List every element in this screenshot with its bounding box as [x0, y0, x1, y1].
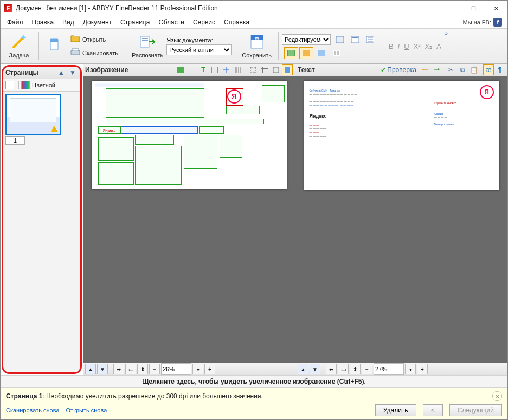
superscript-button[interactable]: X²: [414, 42, 421, 50]
image-doc-area[interactable]: Я Яндекс: [83, 76, 295, 363]
verify-label: Проверка: [387, 66, 416, 74]
img-zoom-out-button[interactable]: −: [149, 364, 160, 374]
language-select[interactable]: Русский и англи: [166, 44, 232, 55]
page-list: [3, 92, 80, 372]
menu-service[interactable]: Сервис: [189, 17, 220, 27]
txt-cut-button[interactable]: ✂: [446, 64, 456, 75]
thumbs-view-icon[interactable]: [5, 81, 14, 89]
delete-page-button[interactable]: Удалить: [375, 404, 416, 416]
img-fit-page-button[interactable]: ▭: [125, 364, 136, 374]
txt-nav-up-button[interactable]: ▲: [298, 364, 308, 374]
img-btn-delete[interactable]: [271, 64, 281, 75]
subscript-button[interactable]: X₂: [425, 42, 433, 50]
task-label: Задача: [9, 52, 29, 59]
menu-edit[interactable]: Правка: [28, 17, 59, 27]
txt-fit-height-button[interactable]: ⬍: [350, 364, 361, 374]
txt-copy-button[interactable]: ⧉: [457, 64, 468, 75]
img-fit-width-button[interactable]: ⬌: [113, 364, 124, 374]
menu-help[interactable]: Справка: [220, 17, 254, 27]
img-btn-table[interactable]: [221, 64, 232, 75]
maximize-button[interactable]: ☐: [462, 1, 485, 16]
new-page-button[interactable]: [42, 37, 67, 56]
bold-button[interactable]: B: [389, 42, 394, 50]
highlight-barcode-toggle[interactable]: [330, 47, 344, 59]
txt-zoom-out-button[interactable]: −: [362, 364, 372, 374]
toolbar-overflow-button[interactable]: »: [441, 30, 451, 62]
next-warning-button[interactable]: Следующий: [449, 404, 502, 416]
img-btn-select[interactable]: [248, 64, 259, 75]
img-nav-up-button[interactable]: ▲: [85, 364, 96, 374]
recognize-button[interactable]: Распознать: [128, 33, 166, 60]
verify-button[interactable]: ✔ Проверка: [378, 64, 419, 75]
page-move-up-button[interactable]: ▲: [56, 67, 67, 78]
txt-prev-error-button[interactable]: ⭠: [420, 64, 430, 75]
txt-paste-button[interactable]: 📋: [468, 64, 479, 75]
svg-rect-11: [336, 36, 344, 43]
page-move-down-button[interactable]: ▼: [67, 67, 78, 78]
menu-areas[interactable]: Области: [154, 17, 189, 27]
highlight-text-toggle[interactable]: [299, 47, 313, 59]
open-button[interactable]: Открыть: [67, 33, 121, 46]
keep-lines-toggle[interactable]: [363, 34, 377, 46]
menu-view[interactable]: Вид: [58, 17, 79, 27]
layout-mode-select[interactable]: Редактируемая: [282, 34, 331, 45]
minimize-button[interactable]: ―: [439, 1, 462, 16]
text-zoombar: ▲ ▼ ⬌ ▭ ⬍ − ▾ +: [295, 363, 507, 375]
warning-area: Страница 1: Необходимо увеличить разреше…: [1, 388, 507, 419]
text-style-button[interactable]: A: [436, 42, 441, 50]
task-button[interactable]: Задача: [3, 33, 35, 60]
menu-document[interactable]: Документ: [79, 17, 116, 27]
svg-rect-2: [50, 39, 58, 42]
prev-warning-button[interactable]: <: [423, 404, 443, 416]
text-zoom-input[interactable]: [374, 363, 404, 375]
txt-show-marks-toggle[interactable]: ¶: [494, 64, 505, 75]
image-zoom-input[interactable]: [161, 363, 191, 375]
open-again-link[interactable]: Открыть снова: [66, 407, 107, 413]
color-view-icon[interactable]: [21, 81, 30, 89]
img-zoom-in-button[interactable]: +: [204, 364, 215, 374]
highlight-table-toggle[interactable]: [314, 47, 329, 59]
menu-page[interactable]: Страница: [116, 17, 154, 27]
txt-nav-down-button[interactable]: ▼: [310, 364, 320, 374]
underline-button[interactable]: U: [404, 42, 409, 50]
img-nav-down-button[interactable]: ▼: [97, 364, 108, 374]
img-btn-barcode[interactable]: [232, 64, 243, 75]
img-btn-read[interactable]: [187, 64, 197, 75]
menu-file[interactable]: Файл: [3, 17, 28, 27]
img-btn-analyze[interactable]: [175, 64, 186, 75]
page-number-input[interactable]: [5, 136, 25, 145]
svg-rect-25: [285, 67, 290, 73]
img-fit-height-button[interactable]: ⬍: [137, 364, 148, 374]
text-doc-area[interactable]: — — — — — — — — — — — — Сейчас в СМИ · Г…: [295, 76, 507, 363]
page-icon: [49, 38, 61, 55]
txt-zoom-in-button[interactable]: +: [417, 364, 428, 374]
keep-headers-toggle[interactable]: [348, 34, 362, 46]
recognize-label: Распознать: [132, 52, 163, 59]
img-btn-picture[interactable]: [209, 64, 220, 75]
close-window-button[interactable]: ✕: [485, 1, 507, 16]
img-zoom-dropdown[interactable]: ▾: [192, 364, 203, 374]
zoom-hint[interactable]: Щелкните здесь, чтобы увидеть увеличенно…: [1, 376, 507, 388]
pages-panel-title: Страницы: [5, 69, 38, 76]
scan-again-link[interactable]: Сканировать снова: [6, 407, 60, 413]
img-btn-textarea[interactable]: T: [198, 64, 209, 75]
svg-rect-1: [50, 39, 58, 50]
scan-button[interactable]: Сканировать: [67, 47, 121, 59]
highlight-image-toggle[interactable]: [284, 47, 298, 59]
italic-button[interactable]: I: [398, 42, 400, 50]
keep-pictures-toggle[interactable]: [333, 34, 347, 46]
txt-zoom-dropdown[interactable]: ▾: [405, 364, 416, 374]
txt-next-error-button[interactable]: ⭢: [431, 64, 442, 75]
svg-rect-17: [318, 50, 325, 56]
titlebar: F Документ без имени [1] - ABBYY FineRea…: [1, 1, 507, 16]
txt-highlight-toggle[interactable]: æ: [483, 64, 494, 75]
page-thumbnail[interactable]: [5, 94, 61, 135]
txt-fit-width-button[interactable]: ⬌: [326, 364, 337, 374]
img-btn-toggle[interactable]: [282, 64, 293, 75]
txt-fit-page-button[interactable]: ▭: [338, 364, 349, 374]
image-zoombar: ▲ ▼ ⬌ ▭ ⬍ − ▾ +: [83, 363, 295, 375]
warning-close-button[interactable]: ✕: [492, 391, 502, 401]
save-button[interactable]: W Сохранить: [239, 33, 275, 60]
facebook-icon[interactable]: f: [493, 18, 502, 27]
img-btn-crop[interactable]: [259, 64, 270, 75]
